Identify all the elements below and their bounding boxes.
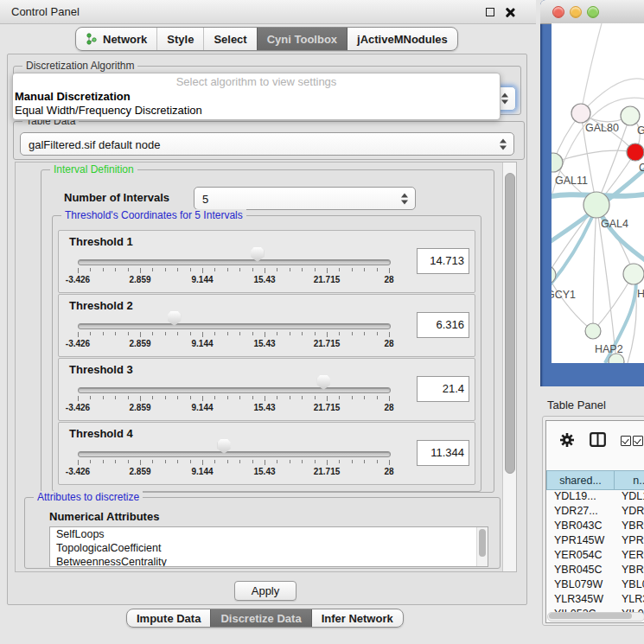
- table-cell[interactable]: YPR145W: [546, 534, 615, 549]
- table-cell[interactable]: YBR043C: [546, 520, 615, 534]
- threshold-4-slider-track[interactable]: [78, 451, 391, 457]
- table-row[interactable]: YBL079WYBL0: [546, 578, 644, 593]
- threshold-3-slider-track[interactable]: [78, 387, 391, 393]
- tab-jactivemnodules[interactable]: jActiveMNodules: [347, 28, 457, 50]
- thresholds-section: Threshold's Coordinates for 5 Intervals …: [52, 215, 481, 492]
- number-of-intervals-combobox[interactable]: 5: [194, 187, 416, 210]
- vertical-scrollbar[interactable]: [502, 163, 516, 571]
- network-node-C[interactable]: [627, 143, 644, 161]
- horizontal-scrollbar-thumb[interactable]: [549, 613, 632, 619]
- threshold-2-value-field[interactable]: 6.316: [417, 312, 469, 338]
- table-cell[interactable]: YBR0: [615, 520, 644, 534]
- table-row[interactable]: YBR045CYBR0: [546, 564, 644, 578]
- table-cell[interactable]: YBL0: [615, 578, 644, 593]
- table-cell[interactable]: YLR3: [615, 593, 644, 608]
- attribute-item[interactable]: SelfLoops: [50, 527, 488, 541]
- table-cell[interactable]: YPR1: [615, 534, 644, 549]
- dropdown-option-equal-width-frequency[interactable]: Equal Width/Frequency Discretization: [13, 104, 500, 118]
- network-node-GA[interactable]: [621, 106, 640, 125]
- tab-impute-data[interactable]: Impute Data: [127, 609, 210, 627]
- minimize-traffic-light[interactable]: [570, 6, 582, 18]
- slider-tick: [377, 332, 378, 335]
- vertical-scrollbar-thumb[interactable]: [505, 173, 515, 474]
- slider-tick: [252, 460, 253, 463]
- slider-tick: [152, 396, 153, 399]
- attribute-item[interactable]: BetweennessCentrality: [50, 555, 488, 567]
- slider-tick-label: 21.715: [301, 339, 353, 348]
- table-cell[interactable]: YDR2: [615, 505, 644, 520]
- bottom-tab-bar: Impute Data Discretize Data Infer Networ…: [126, 609, 404, 628]
- slider-tick: [364, 268, 365, 271]
- table-toolbar: [546, 421, 644, 469]
- checkbox-checked-icon[interactable]: [621, 436, 631, 446]
- threshold-1-slider-track[interactable]: [78, 259, 391, 265]
- table-row[interactable]: YBR043CYBR0: [546, 520, 644, 534]
- network-canvas[interactable]: GAL80GACGAL11GAL4GCY1HHAP2: [552, 23, 644, 363]
- tab-infer-network[interactable]: Infer Network: [311, 609, 403, 627]
- apply-button[interactable]: Apply: [234, 581, 296, 601]
- slider-tick: [165, 332, 166, 335]
- table-cell[interactable]: YDL1: [615, 490, 644, 505]
- threshold-3-value-field[interactable]: 21.4: [417, 376, 469, 402]
- table-cell[interactable]: YDL19...: [546, 490, 615, 505]
- float-window-icon[interactable]: [486, 8, 494, 16]
- table-row[interactable]: YDL19...YDL1: [546, 490, 644, 505]
- network-node-HAP2[interactable]: [585, 323, 601, 339]
- checkbox-checked-icon[interactable]: [633, 436, 643, 446]
- threshold-1-value-field[interactable]: 14.713: [417, 248, 469, 274]
- tab-discretize-data[interactable]: Discretize Data: [210, 609, 310, 627]
- slider-tick: [78, 396, 79, 401]
- network-node-GAL80[interactable]: [571, 104, 590, 123]
- horizontal-scrollbar[interactable]: [547, 612, 644, 622]
- slider-tick: [339, 460, 340, 463]
- tab-cyni-toolbox[interactable]: Cyni Toolbox: [257, 28, 347, 50]
- slider-tick: [165, 460, 166, 463]
- column-header-name[interactable]: n...: [615, 470, 644, 490]
- table-cell[interactable]: YER054C: [546, 549, 615, 564]
- table-row[interactable]: YDR27...YDR2: [546, 505, 644, 520]
- slider-tick: [152, 268, 153, 271]
- slider-tick-label: 28: [363, 339, 415, 348]
- attribute-item[interactable]: TopologicalCoefficient: [50, 541, 488, 555]
- table-cell[interactable]: YBL079W: [546, 578, 615, 593]
- slider-tick: [239, 396, 240, 399]
- network-window-titlebar[interactable]: [540, 0, 644, 24]
- zoom-traffic-light[interactable]: [587, 6, 599, 18]
- network-edge: [552, 275, 593, 331]
- split-columns-icon[interactable]: [590, 432, 606, 447]
- close-icon[interactable]: [505, 8, 514, 17]
- threshold-2-slider-track[interactable]: [78, 323, 391, 329]
- table-cell[interactable]: YBR045C: [546, 564, 615, 578]
- slider-tick: [227, 332, 228, 335]
- slider-tick: [364, 396, 365, 399]
- slider-tick: [377, 268, 378, 271]
- tab-network[interactable]: Network: [76, 28, 156, 50]
- table-row[interactable]: YER054CYER0: [546, 549, 644, 564]
- table-row[interactable]: YPR145WYPR1: [546, 534, 644, 549]
- slider-tick: [302, 396, 303, 399]
- table-cell[interactable]: YER0: [615, 549, 644, 564]
- list-scrollbar-thumb[interactable]: [479, 529, 486, 557]
- column-header-shared-name[interactable]: shared...: [546, 470, 615, 490]
- table-row[interactable]: YLR345WYLR3: [546, 593, 644, 608]
- network-node-GAL4[interactable]: [583, 192, 609, 218]
- close-traffic-light[interactable]: [552, 6, 564, 18]
- tab-select[interactable]: Select: [203, 28, 256, 50]
- numerical-attributes-list[interactable]: SelfLoopsTopologicalCoefficientBetweenne…: [49, 526, 488, 567]
- table-cell[interactable]: YDR27...: [546, 505, 615, 520]
- slider-tick-label: 9.144: [176, 275, 228, 284]
- dropdown-option-manual-discretization[interactable]: Manual Discretization: [13, 90, 500, 104]
- slider-tick-labels: -3.4262.8599.14415.4321.71528: [78, 403, 390, 413]
- slider-tick: [277, 268, 277, 271]
- interval-definition-title: Interval Definition: [50, 163, 137, 175]
- network-view-window[interactable]: GAL80GACGAL11GAL4GCY1HHAP2: [540, 0, 644, 386]
- tab-style[interactable]: Style: [156, 28, 203, 50]
- network-node-H[interactable]: [623, 264, 644, 284]
- table-cell[interactable]: YBR0: [615, 564, 644, 578]
- table-data-combobox[interactable]: galFiltered.sif default node: [20, 132, 514, 156]
- combo-arrows-icon: [500, 138, 507, 150]
- threshold-4-value-field[interactable]: 11.344: [417, 440, 469, 466]
- table-cell[interactable]: YLR345W: [546, 593, 615, 608]
- list-scrollbar[interactable]: [476, 527, 488, 566]
- gear-icon[interactable]: [559, 432, 575, 448]
